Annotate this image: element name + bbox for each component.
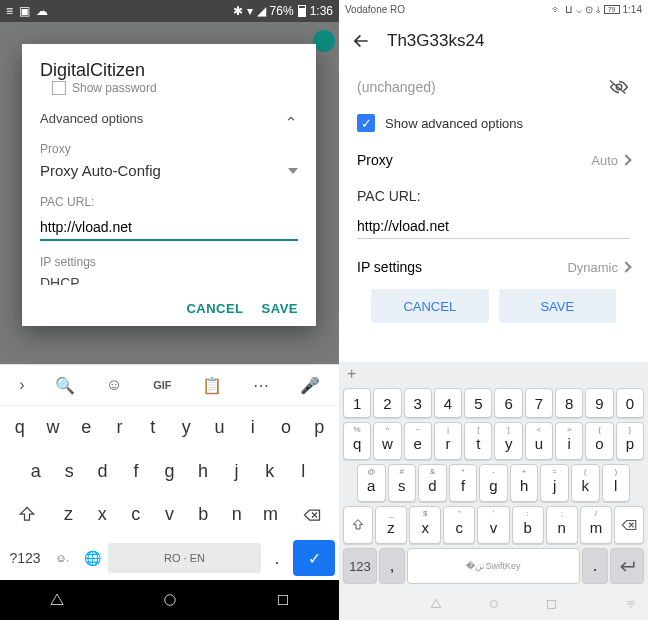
key-i[interactable]: i	[237, 410, 268, 446]
key-e[interactable]: ~e	[404, 422, 432, 460]
key-l[interactable]: l	[288, 453, 319, 489]
key-8[interactable]: 8	[555, 388, 583, 418]
key-m[interactable]: m	[255, 504, 287, 525]
nav-bar-left[interactable]	[0, 580, 339, 620]
key-j[interactable]: =j	[540, 464, 569, 502]
show-password-row[interactable]: Show password	[52, 81, 298, 95]
key-j[interactable]: j	[221, 453, 252, 489]
key-d[interactable]: &d	[418, 464, 447, 502]
cancel-button[interactable]: CANCEL	[186, 301, 243, 316]
key-3[interactable]: 3	[404, 388, 432, 418]
home-nav-icon[interactable]	[487, 597, 501, 611]
key-z[interactable]: z	[53, 504, 85, 525]
period-key[interactable]: .	[582, 548, 608, 584]
pac-url-input[interactable]	[357, 214, 630, 239]
keyboard-hide-icon[interactable]	[624, 597, 638, 611]
password-unchanged[interactable]: (unchanged)	[357, 79, 436, 95]
numeric-key[interactable]: 123	[343, 548, 377, 584]
emoji-key[interactable]: ☺,	[48, 540, 76, 576]
key-f[interactable]: *f	[449, 464, 478, 502]
key-u[interactable]: <u	[525, 422, 553, 460]
key-4[interactable]: 4	[434, 388, 462, 418]
advanced-options-toggle[interactable]: Advanced options	[40, 111, 298, 126]
search-icon[interactable]: 🔍	[55, 376, 75, 395]
gif-button[interactable]: GIF	[153, 379, 171, 391]
key-5[interactable]: 5	[464, 388, 492, 418]
key-h[interactable]: h	[187, 453, 218, 489]
key-l[interactable]: )l	[602, 464, 631, 502]
key-g[interactable]: g	[154, 453, 185, 489]
key-v[interactable]: v	[154, 504, 186, 525]
backspace-key[interactable]	[614, 506, 644, 544]
key-0[interactable]: 0	[616, 388, 644, 418]
key-p[interactable]: p	[304, 410, 335, 446]
key-o[interactable]: o	[270, 410, 301, 446]
key-t[interactable]: t	[137, 410, 168, 446]
cancel-button[interactable]: CANCEL	[371, 289, 489, 323]
nav-bar-right[interactable]	[339, 588, 648, 620]
key-s[interactable]: #s	[388, 464, 417, 502]
save-button[interactable]: SAVE	[499, 289, 617, 323]
key-6[interactable]: 6	[494, 388, 522, 418]
home-nav-icon[interactable]	[161, 591, 179, 609]
fab-button[interactable]	[313, 30, 335, 52]
mic-icon[interactable]: 🎤	[300, 376, 320, 395]
key-n[interactable]: n	[221, 504, 253, 525]
comma-key[interactable]: ,	[379, 548, 405, 584]
back-nav-icon[interactable]	[429, 597, 443, 611]
key-w[interactable]: ^w	[373, 422, 401, 460]
keyboard-right[interactable]: + 1234567890 %q^w~e|r[t]y<u>i{o}p @a#s&d…	[339, 362, 648, 588]
key-s[interactable]: s	[53, 453, 84, 489]
key-m[interactable]: /m	[580, 506, 612, 544]
show-advanced-checkbox[interactable]: ✓ Show advanced options	[357, 114, 630, 132]
enter-key[interactable]	[610, 548, 644, 584]
key-x[interactable]: $x	[409, 506, 441, 544]
key-7[interactable]: 7	[525, 388, 553, 418]
key-u[interactable]: u	[204, 410, 235, 446]
period-key[interactable]: .	[263, 540, 291, 576]
key-e[interactable]: e	[71, 410, 102, 446]
enter-key[interactable]: ✓	[293, 540, 335, 576]
save-button[interactable]: SAVE	[262, 301, 298, 316]
keyboard-left[interactable]: › 🔍 ☺ GIF 📋 ⋯ 🎤 qwertyuiop asdfghjkl zxc…	[0, 364, 339, 580]
key-h[interactable]: +h	[510, 464, 539, 502]
key-x[interactable]: x	[86, 504, 118, 525]
spacebar[interactable]: RO · EN	[108, 543, 261, 573]
key-k[interactable]: (k	[571, 464, 600, 502]
clipboard-icon[interactable]: 📋	[202, 376, 222, 395]
key-a[interactable]: @a	[357, 464, 386, 502]
sticker-icon[interactable]: ☺	[106, 376, 122, 394]
proxy-row[interactable]: Proxy Auto	[357, 152, 630, 168]
key-q[interactable]: %q	[343, 422, 371, 460]
proxy-dropdown[interactable]: Proxy Auto-Config	[40, 162, 298, 179]
backspace-key[interactable]	[288, 497, 335, 533]
back-nav-icon[interactable]	[48, 591, 66, 609]
key-a[interactable]: a	[20, 453, 51, 489]
spacebar[interactable]: �نن SwiftKey	[407, 548, 580, 584]
key-r[interactable]: r	[104, 410, 135, 446]
back-arrow-icon[interactable]	[351, 31, 371, 51]
recent-nav-icon[interactable]	[545, 598, 558, 611]
key-c[interactable]: c	[120, 504, 152, 525]
key-f[interactable]: f	[120, 453, 151, 489]
shift-key[interactable]	[4, 497, 51, 533]
key-o[interactable]: {o	[585, 422, 613, 460]
key-y[interactable]: ]y	[494, 422, 522, 460]
key-g[interactable]: -g	[479, 464, 508, 502]
key-n[interactable]: ;n	[546, 506, 578, 544]
symbols-key[interactable]: ?123	[4, 540, 46, 576]
key-t[interactable]: [t	[464, 422, 492, 460]
recent-nav-icon[interactable]	[275, 592, 291, 608]
key-i[interactable]: >i	[555, 422, 583, 460]
key-v[interactable]: 'v	[477, 506, 509, 544]
shift-key[interactable]	[343, 506, 373, 544]
key-k[interactable]: k	[254, 453, 285, 489]
key-p[interactable]: }p	[616, 422, 644, 460]
visibility-off-icon[interactable]	[608, 76, 630, 98]
key-z[interactable]: _z	[375, 506, 407, 544]
key-b[interactable]: b	[187, 504, 219, 525]
key-b[interactable]: :b	[512, 506, 544, 544]
language-key[interactable]: 🌐	[78, 540, 106, 576]
key-w[interactable]: w	[37, 410, 68, 446]
keyboard-expand[interactable]: +	[339, 362, 648, 386]
